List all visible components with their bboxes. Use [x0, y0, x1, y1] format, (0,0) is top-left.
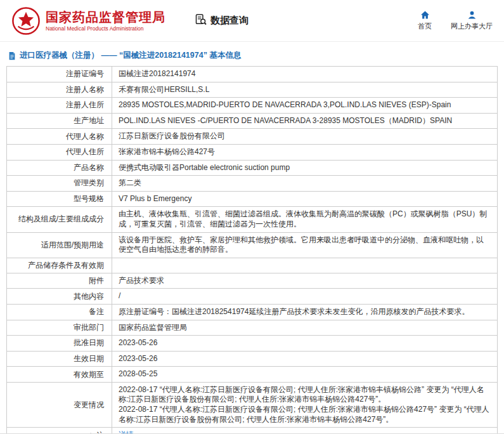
row-value: 2023-05-26 [112, 336, 497, 351]
agency-name-en: National Medical Products Administration [46, 25, 165, 32]
row-value: 江苏日新医疗设备股份有限公司 [112, 129, 497, 144]
data-query-menu[interactable]: 数据查询 [195, 13, 249, 29]
row-label: 型号规格 [7, 192, 112, 207]
page-title-text: 进口医疗器械（注册） —— “国械注进20182141974” 基本信息 [20, 50, 241, 61]
nav-item-home[interactable]: 首页 [418, 10, 432, 31]
table-row: 备注原注册证编号：国械注进20182541974延续注册产品技术要求未发生变化，… [7, 305, 497, 320]
table-row: 生产地址POL.IND.LAS NIEVES -C/PUERTO DE NAVA… [7, 114, 497, 129]
row-value [112, 258, 497, 273]
row-value: 该设备用于医院、救护车、家居护理和其他救护领域。它用来吸出患者呼吸道中的分泌物、… [112, 233, 497, 258]
brand-text: 国家药品监督管理局 National Medical Products Admi… [46, 10, 165, 32]
row-value: / [112, 289, 497, 304]
site-header: 国家药品监督管理局 National Medical Products Admi… [0, 0, 504, 42]
row-label: 生效日期 [7, 352, 112, 367]
table-row: 有效期至2028-05-25 [7, 367, 497, 383]
row-value: V7 Plus b Emergency [112, 192, 497, 207]
row-value: 便携式电动吸引器Portable electronic suction pump [112, 161, 497, 176]
row-value: POL.IND.LAS NIEVES -C/PUERTO DE NAVACERR… [112, 114, 497, 129]
page-title: 进口医疗器械（注册） —— “国械注进20182141974” 基本信息 [8, 50, 496, 61]
row-value: 原注册证编号：国械注进20182541974延续注册产品技术要求未发生变化，沿用… [112, 305, 497, 320]
table-row: 管理类别第二类 [7, 176, 497, 192]
row-value: 张家港市锦丰杨锦公路427号 [112, 145, 497, 160]
row-value: 28935 MOSTOLES,MADRID-PUERTO DE NAVACERR… [112, 98, 497, 113]
table-row: 其他内容/ [7, 289, 497, 305]
row-label: 结构及组成/主要组成成分 [7, 207, 112, 232]
row-label: 代理人名称 [7, 129, 112, 144]
nav-service-hall-label: 网上办事大厅 [451, 22, 493, 31]
table-row: 注册人住所28935 MOSTOLES,MADRID-PUERTO DE NAV… [7, 98, 497, 114]
table-row: 审批部门国家药品监督管理局 [7, 320, 497, 336]
table-row: 生效日期2023-05-26 [7, 352, 497, 367]
row-label: 产品储存条件及有效期 [7, 258, 112, 273]
nmpa-emblem-logo [11, 6, 41, 36]
row-value: 第二类 [112, 176, 497, 191]
table-row: 产品名称便携式电动吸引器Portable electronic suction … [7, 161, 497, 176]
row-label: 变更情况 [7, 383, 112, 427]
row-label: 代理人住所 [7, 145, 112, 160]
row-label: 备注 [7, 305, 112, 320]
row-label: 批准日期 [7, 336, 112, 351]
nmpa-brand[interactable]: 国家药品监督管理局 National Medical Products Admi… [11, 6, 165, 36]
document-icon [8, 51, 16, 60]
row-value: 2028-05-25 [112, 367, 497, 382]
row-label: 产品名称 [7, 161, 112, 176]
registration-info-table: 注册证编号国械注进20182141974 注册人名称禾赛有限公司HERSILL,… [6, 66, 498, 434]
home-icon [420, 10, 430, 20]
table-row: 结构及组成/主要组成成分由主机、液体收集瓶、引流管、细菌过滤器组成。液体收集瓶为… [7, 207, 497, 232]
data-query-icon [195, 13, 207, 29]
row-value: 国械注进20182141974 [112, 67, 497, 82]
row-value: 国家药品监督管理局 [112, 320, 497, 336]
row-value-change-history: 2022-08-17 “代理人名称:江苏日新医疗设备有限公司; 代理人住所:张家… [112, 383, 497, 427]
row-label: 管理类别 [7, 176, 112, 191]
row-label: 其他内容 [7, 289, 112, 304]
table-row: 代理人住所张家港市锦丰杨锦公路427号 [7, 145, 497, 161]
row-label: 注册人住所 [7, 98, 112, 113]
table-row: 变更情况2022-08-17 “代理人名称:江苏日新医疗设备有限公司; 代理人住… [7, 383, 497, 428]
user-icon [467, 10, 477, 20]
row-label: 审批部门 [7, 320, 112, 336]
data-query-label: 数据查询 [210, 15, 249, 27]
row-label: 附件 [7, 273, 112, 289]
table-row: 注册证编号国械注进20182141974 [7, 67, 497, 82]
top-nav: 首页 网上办事大厅 [418, 10, 493, 31]
table-row: 产品储存条件及有效期 [7, 258, 497, 273]
table-row: 注册人名称禾赛有限公司HERSILL,S.L [7, 82, 497, 98]
row-value: 产品技术要求 [112, 273, 497, 289]
table-row: 适用范围/预期用途该设备用于医院、救护车、家居护理和其他救护领域。它用来吸出患者… [7, 233, 497, 258]
table-row: 附件产品技术要求 [7, 273, 497, 289]
agency-name-cn: 国家药品监督管理局 [46, 10, 165, 24]
table-row: 批准日期2023-05-26 [7, 336, 497, 352]
row-label: 适用范围/预期用途 [7, 233, 112, 258]
row-label: 注册人名称 [7, 82, 112, 98]
row-value: 禾赛有限公司HERSILL,S.L [112, 82, 497, 98]
main-content: 进口医疗器械（注册） —— “国械注进20182141974” 基本信息 注册证… [0, 50, 504, 434]
nav-home-label: 首页 [418, 22, 432, 31]
row-value: 2023-05-26 [112, 352, 497, 367]
row-label: 有效期至 [7, 367, 112, 382]
table-row: 代理人名称江苏日新医疗设备股份有限公司 [7, 129, 497, 145]
row-label: 生产地址 [7, 114, 112, 129]
row-value: 由主机、液体收集瓶、引流管、细菌过滤器组成。液体收集瓶为耐高温的聚碳酸（PC）或… [112, 207, 497, 232]
nav-item-service-hall[interactable]: 网上办事大厅 [451, 10, 493, 31]
table-row: 型号规格V7 Plus b Emergency [7, 192, 497, 207]
row-label: 注册证编号 [7, 67, 112, 82]
